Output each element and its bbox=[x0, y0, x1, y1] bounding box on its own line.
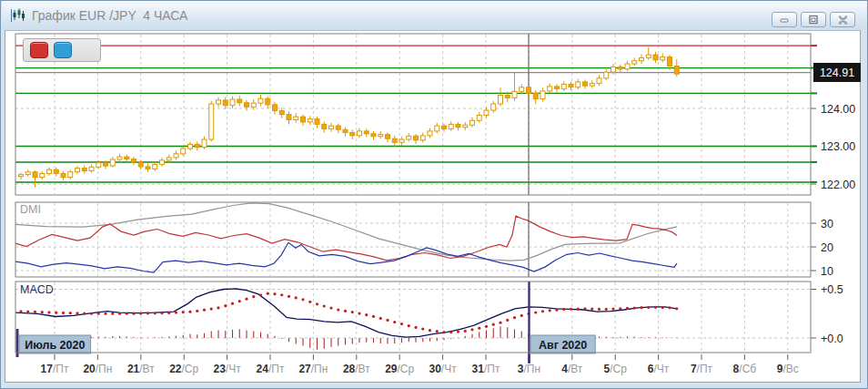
macd-signal-dot bbox=[570, 308, 572, 311]
dmi-axis-tick: 20 bbox=[821, 241, 833, 254]
macd-signal-dot bbox=[499, 322, 501, 324]
macd-signal-dot bbox=[590, 308, 593, 311]
indicator-axes: 302010+0.5+0.0 bbox=[811, 218, 843, 345]
macd-signal-dot bbox=[104, 312, 106, 315]
macd-signal-dot bbox=[506, 319, 509, 322]
macd-signal-dot bbox=[675, 307, 678, 310]
macd-signal-dot bbox=[295, 296, 298, 299]
macd-signal-dot bbox=[351, 311, 354, 313]
toolbar-red-button[interactable] bbox=[30, 42, 48, 58]
macd-signal-dot bbox=[288, 295, 290, 298]
macd-signal-dot bbox=[379, 317, 382, 320]
date-label: 27/Пн bbox=[298, 363, 328, 375]
macd-signal-dot bbox=[442, 331, 445, 333]
date-label: 6/Чт bbox=[648, 363, 670, 375]
macd-signal-dot bbox=[393, 321, 396, 323]
macd-signal-dot bbox=[267, 292, 269, 295]
gridlines bbox=[15, 35, 811, 352]
price-axis-tick: 122.00 bbox=[821, 179, 855, 191]
macd-signal-dot bbox=[55, 312, 57, 314]
price-axis-tick: 124.00 bbox=[821, 103, 855, 116]
macd-signal-dot bbox=[668, 306, 671, 309]
macd-signal-dot bbox=[619, 307, 621, 310]
macd-signal-dot bbox=[436, 330, 439, 333]
macd-signal-dot bbox=[238, 300, 241, 302]
date-label: 22/Ср bbox=[169, 363, 198, 375]
chart-mini-toolbar bbox=[23, 38, 101, 62]
macd-signal-dot bbox=[611, 307, 614, 310]
macd-signal-dot bbox=[273, 292, 276, 295]
macd-signal-dot bbox=[408, 324, 410, 327]
macd-signal-dot bbox=[654, 306, 657, 309]
date-label: 20/Пн bbox=[83, 363, 112, 375]
macd-signal-dot bbox=[47, 311, 50, 313]
macd-signal-dot bbox=[457, 331, 459, 333]
macd-signal-dot bbox=[386, 319, 389, 322]
macd-signal-dot bbox=[605, 308, 608, 311]
macd-signal-dot bbox=[34, 311, 36, 313]
dmi-panel-series bbox=[15, 203, 677, 272]
macd-signal-dot bbox=[308, 301, 311, 303]
macd-signal-dot bbox=[492, 323, 495, 326]
macd-signal-dot bbox=[146, 312, 149, 314]
macd-signal-dot bbox=[549, 309, 551, 312]
dmi-plusminus-di-line bbox=[15, 216, 677, 261]
date-label: 30/Чт bbox=[429, 363, 458, 375]
macd-signal-dot bbox=[470, 328, 473, 331]
macd-signal-dot bbox=[245, 298, 247, 301]
macd-signal-dot bbox=[661, 306, 664, 309]
macd-signal-dot bbox=[83, 312, 86, 314]
macd-signal-dot bbox=[464, 330, 467, 333]
date-label: 7/Пт bbox=[691, 363, 713, 375]
macd-signal-dot bbox=[633, 306, 636, 309]
macd-signal-dot bbox=[577, 307, 580, 310]
macd-signal-dot bbox=[252, 295, 255, 298]
macd-signal-dot bbox=[541, 310, 544, 312]
month-label: Июль 2020 bbox=[25, 339, 85, 352]
dmi-axis-tick: 30 bbox=[821, 218, 833, 230]
macd-signal-dot bbox=[203, 309, 206, 312]
macd-label: MACD bbox=[20, 283, 54, 296]
toolbar-blue-button[interactable] bbox=[54, 42, 72, 58]
date-label: 17/Пт bbox=[41, 363, 69, 375]
macd-signal-dot bbox=[534, 311, 537, 313]
current-price-value: 124.91 bbox=[820, 67, 854, 79]
macd-signal-dot bbox=[90, 312, 93, 315]
macd-signal-dot bbox=[421, 328, 424, 331]
macd-signal-dot bbox=[19, 310, 22, 312]
date-label: 8/Сб bbox=[733, 363, 757, 375]
macd-signal-dot bbox=[400, 322, 403, 325]
macd-signal-dot bbox=[344, 310, 347, 312]
macd-signal-dot bbox=[231, 302, 234, 305]
macd-signal-dot bbox=[583, 307, 586, 310]
macd-axis-tick: +0.0 bbox=[821, 333, 843, 345]
macd-line bbox=[15, 289, 677, 337]
macd-signal-dot bbox=[224, 304, 227, 307]
macd-signal-dot bbox=[111, 312, 114, 315]
date-label: 23/Чт bbox=[214, 363, 242, 375]
date-label: 28/Вт bbox=[343, 363, 370, 375]
macd-signal-dot bbox=[132, 312, 135, 315]
macd-signal-dot bbox=[118, 312, 121, 315]
macd-signal-dot bbox=[182, 311, 185, 313]
macd-signal-dot bbox=[69, 312, 72, 314]
macd-signal-dot bbox=[62, 312, 65, 314]
macd-signal-dot bbox=[188, 311, 191, 313]
macd-signal-dot bbox=[647, 306, 650, 309]
macd-signal-dot bbox=[76, 312, 78, 314]
macd-signal-dot bbox=[337, 308, 339, 311]
date-label: 4/Вт bbox=[561, 363, 583, 375]
macd-signal-dot bbox=[429, 329, 431, 332]
date-label: 29/Ср bbox=[385, 363, 414, 375]
price-axis-tick: 123.00 bbox=[821, 140, 855, 153]
month-label: Авг 2020 bbox=[539, 339, 587, 352]
chart-canvas[interactable]: Июль 2020Авг 2020DMIMACD124.00123.00122.… bbox=[1, 1, 868, 389]
macd-signal-dot bbox=[485, 325, 488, 328]
macd-signal-dot bbox=[97, 312, 100, 315]
macd-signal-dot bbox=[626, 307, 629, 310]
macd-signal-dot bbox=[478, 327, 480, 330]
macd-signal-dot bbox=[329, 306, 332, 309]
dmi-axis-tick: 10 bbox=[821, 265, 833, 278]
date-label: 21/Вт bbox=[127, 363, 155, 375]
macd-signal-dot bbox=[26, 310, 29, 312]
